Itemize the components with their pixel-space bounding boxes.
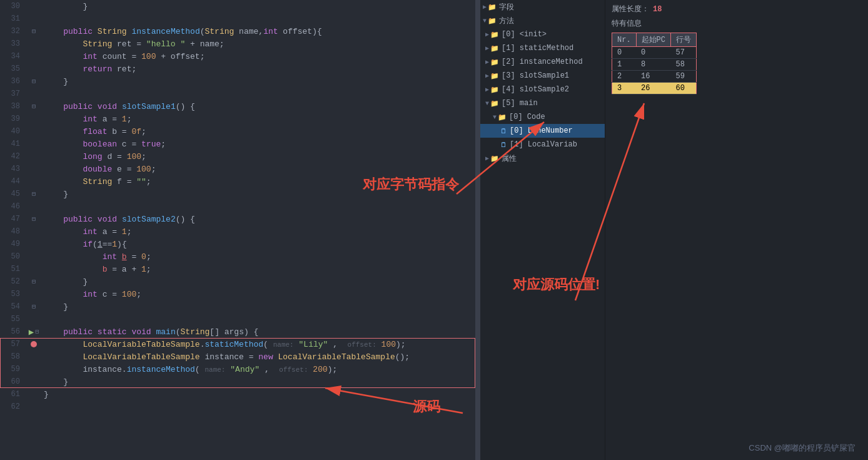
table-cell-line-1: 58 (671, 59, 697, 71)
gutter-52: ⊟ (25, 278, 43, 285)
code-line-53: 53 int c = 100; (0, 288, 475, 300)
line-content-41: boolean c = true; (43, 140, 475, 149)
line-num-53: 53 (0, 290, 25, 299)
line-content-53: int c = 100; (43, 290, 475, 299)
fold-icon-47: ⊟ (32, 215, 36, 223)
tree-label-code: [0] Code (509, 113, 545, 121)
code-editor: 30 } 31 32 ⊟ public String instanceMetho… (0, 0, 475, 460)
code-line-58: 58 LocalVariableTableSample instance = n… (0, 350, 475, 363)
line-num-58: 58 (0, 352, 25, 361)
tree-static-method[interactable]: ▶ 📁 [1] staticMethod (480, 41, 605, 55)
table-row-0: 0 0 57 (612, 47, 697, 59)
tree-init[interactable]: ▶ 📁 [0] <init> (480, 28, 605, 41)
gutter-32: ⊟ (25, 28, 43, 35)
code-line-43: 43 double e = 100; (0, 163, 475, 175)
right-panel: ▶ 📁 字段 ▼ 📁 方法 ▶ 📁 [0] <init> (480, 0, 868, 460)
tree-label-linenumber: [0] LineNumber (510, 126, 573, 135)
chevron-fields: ▶ (483, 3, 487, 11)
line-num-44: 44 (0, 177, 25, 186)
line-content-37 (43, 89, 475, 99)
chevron-methods: ▼ (483, 18, 487, 24)
attr-length-row: 属性长度： 18 (612, 4, 862, 14)
line-content-51: b = a + 1; (43, 265, 475, 274)
table-cell-pc-0: 0 (636, 47, 670, 59)
red-highlight-block: 57 LocalVariableTableSample.staticMethod… (0, 338, 475, 388)
folder-icon-static: 📁 (490, 44, 499, 53)
line-content-52: } (43, 277, 475, 287)
code-line-62: 62 (0, 401, 475, 413)
folder-icon-attr: 📁 (490, 155, 499, 163)
table-row-2: 2 16 59 (612, 71, 697, 83)
line-num-30: 30 (0, 2, 25, 11)
table-header-nr: Nr. (612, 33, 637, 47)
tree-label-slot1: [3] slotSample1 (502, 71, 569, 80)
tree-code[interactable]: ▼ 📁 [0] Code (480, 110, 605, 124)
line-num-56: 56 (0, 327, 25, 336)
code-line-44: 44 String f = ""; (0, 175, 475, 188)
line-content-60: } (43, 377, 475, 387)
folder-icon-slot2: 📁 (490, 86, 499, 94)
table-cell-line-2: 59 (671, 71, 697, 83)
line-num-62: 62 (0, 402, 25, 411)
chevron-main: ▼ (485, 100, 489, 107)
code-line-57: 57 LocalVariableTableSample.staticMethod… (0, 338, 475, 350)
gutter-36: ⊟ (25, 78, 43, 85)
line-content-35: return ret; (43, 64, 475, 74)
code-line-39: 39 int a = 1; (0, 113, 475, 125)
tree-label-slot2: [4] slotSample2 (502, 85, 569, 94)
line-content-32: public String instanceMethod(String name… (43, 27, 475, 36)
table-cell-nr-0: 0 (612, 47, 637, 59)
tree-instance-method[interactable]: ▶ 📁 [2] instanceMethod (480, 55, 605, 69)
breakpoint-57 (31, 341, 37, 347)
line-content-42: long d = 100; (43, 152, 475, 161)
code-line-49: 49 if(1==1){ (0, 238, 475, 250)
table-cell-pc-1: 8 (636, 59, 670, 71)
line-num-55: 55 (0, 315, 25, 324)
line-num-35: 35 (0, 64, 25, 73)
gutter-38: ⊟ (25, 103, 43, 110)
line-num-59: 59 (0, 365, 25, 374)
line-num-32: 32 (0, 27, 25, 36)
code-line-52: 52 ⊟ } (0, 275, 475, 288)
line-num-42: 42 (0, 152, 25, 161)
gutter-54: ⊟ (25, 303, 43, 310)
table-header-line: 行号 (671, 33, 697, 47)
code-line-56: 56 ▶ ⊟ public static void main(String[] … (0, 325, 475, 338)
tree-slot2[interactable]: ▶ 📁 [4] slotSample2 (480, 83, 605, 96)
tree-label-instance: [2] instanceMethod (502, 58, 583, 66)
code-line-50: 50 int b = 0; (0, 250, 475, 263)
code-line-45: 45 ⊟ } (0, 188, 475, 200)
code-line-38: 38 ⊟ public void slotSample1() { (0, 100, 475, 113)
code-line-51: 51 b = a + 1; (0, 263, 475, 275)
code-line-54: 54 ⊟ } (0, 300, 475, 313)
tree-methods[interactable]: ▼ 📁 方法 (480, 14, 605, 28)
line-content-45: } (43, 190, 475, 199)
tree-label-attr: 属性 (502, 153, 517, 164)
code-line-31: 31 (0, 13, 475, 25)
table-cell-line-0: 57 (671, 47, 697, 59)
code-line-30: 30 } (0, 0, 475, 13)
code-line-32: 32 ⊟ public String instanceMethod(String… (0, 25, 475, 38)
tree-main[interactable]: ▼ 📁 [5] main (480, 96, 605, 110)
tree-line-number[interactable]: 🗒 [0] LineNumber (480, 124, 605, 138)
tree-local-var[interactable]: 🗒 [1] LocalVariab (480, 138, 605, 151)
folder-icon-code: 📁 (498, 113, 507, 121)
line-content-48: int a = 1; (43, 227, 475, 237)
line-content-58: LocalVariableTableSample instance = new … (43, 352, 475, 362)
line-content-49: if(1==1){ (43, 240, 475, 249)
tree-label-main: [5] main (502, 99, 538, 108)
tree-attr[interactable]: ▶ 📁 属性 (480, 151, 605, 165)
tree-fields[interactable]: ▶ 📁 字段 (480, 0, 605, 14)
line-content-56: public static void main(String[] args) { (43, 327, 475, 337)
watermark: CSDN @嘟嘟的程序员铲屎官 (749, 442, 855, 454)
tree-slot1[interactable]: ▶ 📁 [3] slotSample1 (480, 69, 605, 83)
fold-icon-38: ⊟ (32, 103, 36, 110)
line-num-40: 40 (0, 127, 25, 136)
code-line-42: 42 long d = 100; (0, 150, 475, 163)
file-icon-localvar: 🗒 (500, 141, 507, 149)
line-num-38: 38 (0, 102, 25, 111)
line-num-51: 51 (0, 265, 25, 273)
line-number-table: Nr. 起始PC 行号 0 0 57 1 8 (612, 33, 697, 95)
run-icon-56: ▶ (29, 327, 34, 337)
table-cell-line-3: 60 (671, 83, 697, 95)
